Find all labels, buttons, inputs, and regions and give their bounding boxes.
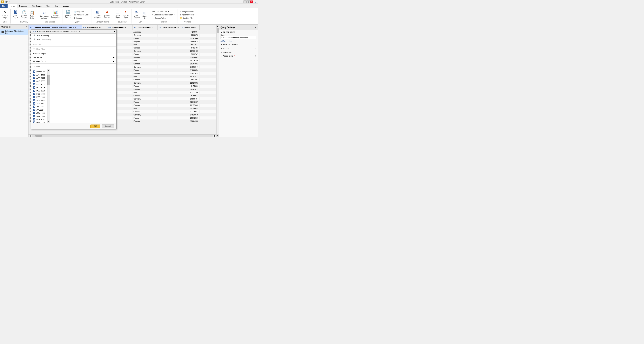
step-item-2[interactable]: ▶ Added Items✕⚙: [219, 54, 258, 58]
col-filter-btn-2[interactable]: ▾: [126, 27, 128, 28]
tab-manage[interactable]: Manage: [60, 4, 72, 8]
scroll-left-arrow[interactable]: ◀: [28, 135, 31, 137]
step-gear-btn-2[interactable]: ⚙: [254, 55, 256, 57]
checkbox-10[interactable]: [33, 102, 36, 105]
advanced-editor-button[interactable]: ⌨ Advanced Editor: [72, 14, 90, 16]
checkbox-15[interactable]: [33, 118, 36, 121]
col-header-5[interactable]: 1.2 Gross weight ▾: [181, 25, 200, 30]
member-filters-item[interactable]: Member Filters ▶: [31, 59, 116, 63]
tab-transform[interactable]: Transform: [17, 4, 30, 8]
checkbox-item-10[interactable]: JAN 2004: [31, 102, 47, 105]
remove-columns-button[interactable]: ✗ RemoveColumns ▾: [102, 10, 111, 20]
col-header-4[interactable]: 1.2 Cost stats currency ▾: [158, 25, 181, 30]
remove-empty-item[interactable]: Remove Empty: [31, 52, 116, 55]
restore-btn[interactable]: ◻: [247, 1, 250, 3]
checkbox-3[interactable]: [33, 80, 36, 82]
tab-help[interactable]: Help: [52, 4, 60, 8]
scroll-right-arrow[interactable]: ▶: [214, 135, 216, 137]
checkbox-item-9[interactable]: JAN 2003: [31, 99, 47, 102]
checkbox-item-7[interactable]: FEB 2003: [31, 92, 47, 96]
checkbox-14[interactable]: [33, 115, 36, 117]
checkbox-13[interactable]: [33, 112, 36, 114]
checkbox-16[interactable]: [33, 122, 36, 123]
checkbox-7[interactable]: [33, 93, 36, 95]
scroll-down-arrow[interactable]: ▼: [48, 121, 50, 123]
tab-add-column[interactable]: Add Column: [30, 4, 44, 8]
checkbox-1[interactable]: [33, 74, 36, 76]
scroll-up-arrow[interactable]: ▲: [48, 69, 50, 72]
h-scroll-thumb[interactable]: [35, 135, 42, 137]
filter-search-input[interactable]: [33, 65, 114, 68]
checkbox-item-11[interactable]: JUL 2003: [31, 105, 47, 108]
customize-icon[interactable]: ▾: [9, 1, 10, 3]
all-properties-link[interactable]: All Properties: [219, 40, 258, 43]
merge-queries-button[interactable]: ⊕ Merge Queries ▾: [179, 10, 196, 13]
tab-view[interactable]: View: [44, 4, 52, 8]
checkbox-4[interactable]: [33, 83, 36, 85]
close-btn[interactable]: ✕: [250, 1, 253, 3]
checkbox-5[interactable]: [33, 86, 36, 89]
replace-values-button[interactable]: ↔ Replace Values: [151, 17, 176, 20]
checkbox-item-14[interactable]: JUN 2004: [31, 115, 47, 118]
col-filter-btn-1[interactable]: ▾: [102, 27, 102, 28]
filter-ok-button[interactable]: OK: [90, 125, 100, 128]
checkbox-12[interactable]: [33, 109, 36, 111]
col-filter-btn-4[interactable]: ▾: [178, 27, 179, 28]
col-filter-btn-5[interactable]: ▾: [197, 27, 198, 28]
checkbox-item-16[interactable]: MAR 2003: [31, 121, 47, 123]
collapse-button[interactable]: ◀: [26, 26, 27, 28]
sort-ascending-item[interactable]: ↑Ā Sort Ascending: [31, 34, 116, 38]
properties-button[interactable]: 📄 Properties: [72, 10, 90, 13]
checkbox-2[interactable]: [33, 77, 36, 79]
tab-file[interactable]: File: [0, 4, 8, 8]
filter-col-dropdown-arrow[interactable]: ▾: [114, 31, 115, 32]
checkbox-item-12[interactable]: JUL 2004: [31, 108, 47, 111]
query-item-sales[interactable]: ⬛ Sales and Distribution: O...: [0, 29, 28, 35]
col-filter-btn-3[interactable]: ▾: [152, 27, 152, 28]
manage-button[interactable]: ⚙ Manage ▾: [72, 17, 90, 20]
manage-parameters-button[interactable]: 📊 ManageParameters ▾: [50, 10, 61, 20]
v-scroll-down-arrow[interactable]: ▼: [216, 134, 219, 137]
filter-cancel-button[interactable]: Cancel: [102, 125, 114, 128]
combine-files-button[interactable]: 📁 Combine Files: [179, 17, 196, 20]
recent-sources-button[interactable]: 🕐 RecentSources ▾: [20, 10, 28, 20]
step-item-0[interactable]: ▶ Source⚙: [219, 47, 258, 50]
close-apply-button[interactable]: ✕ Close & Apply ▾: [1, 10, 9, 20]
undo-icon[interactable]: ↩: [7, 1, 8, 3]
keep-rows-button[interactable]: ☰ KeepRows ▾: [114, 10, 121, 20]
refresh-preview-button[interactable]: 🔄 RefreshPreview ▾: [64, 10, 72, 20]
col-header-3[interactable]: Abc Country.Level 03 ▾: [132, 25, 158, 30]
use-first-row-button[interactable]: ≡ Use First Row as Headers ▾: [151, 14, 176, 16]
checkbox-11[interactable]: [33, 106, 36, 108]
step-gear-btn-0[interactable]: ⚙: [254, 48, 256, 49]
checkbox-item-13[interactable]: JUN 2003: [31, 111, 47, 115]
checkbox-item-6[interactable]: DEC 2004: [31, 89, 47, 92]
new-source-button[interactable]: 🗄 NewSource ▾: [12, 10, 20, 20]
name-property-input[interactable]: [220, 36, 256, 39]
checkbox-item-5[interactable]: DEC 2003: [31, 86, 47, 89]
tab-home[interactable]: Home: [8, 4, 17, 8]
data-type-button[interactable]: Abc Data Type: Text ▾: [151, 10, 176, 13]
checkbox-item-4[interactable]: AUG 2004: [31, 83, 47, 86]
minimize-btn[interactable]: ─: [244, 1, 246, 3]
group-by-button[interactable]: ⊞ GroupBy: [141, 10, 148, 20]
remove-rows-button[interactable]: ✗ RemoveRows ▾: [121, 10, 130, 20]
query-settings-close-icon[interactable]: ✕: [254, 26, 256, 29]
checkbox-9[interactable]: [33, 99, 36, 101]
scroll-thumb[interactable]: [48, 75, 50, 85]
v-scroll-thumb[interactable]: [217, 28, 219, 33]
save-icon[interactable]: 💾: [5, 1, 7, 3]
col-filter-btn-0[interactable]: ▾: [75, 27, 76, 28]
checkbox-item-15[interactable]: MAR 1030: [31, 118, 47, 121]
append-queries-button[interactable]: ⊕ Append Queries ▾: [179, 14, 196, 16]
v-scroll-up-arrow[interactable]: ▲: [216, 25, 219, 27]
checkbox-6[interactable]: [33, 90, 36, 92]
checkbox-item-1[interactable]: APR 2003: [31, 73, 47, 76]
horizontal-scrollbar[interactable]: ◀ ▶: [28, 134, 216, 137]
enter-data-button[interactable]: 📋 EnterData: [29, 10, 36, 20]
checkbox-item-2[interactable]: APR 2004: [31, 76, 47, 80]
text-filters-item[interactable]: Text Filters ▶: [31, 55, 116, 59]
checkbox-item-8[interactable]: FEB 2004: [31, 96, 47, 99]
checkbox-item-3[interactable]: AUG 2003: [31, 80, 47, 83]
sort-descending-item[interactable]: ↓Ā Sort Descending: [31, 38, 116, 42]
